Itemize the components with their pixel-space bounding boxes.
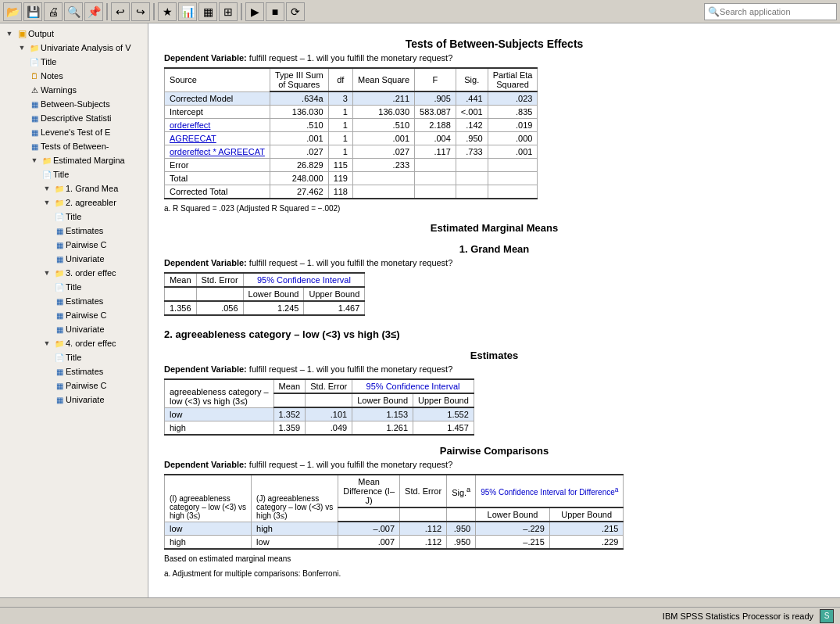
tree-order-effect4[interactable]: ▼ 📁 4. order effec [0,336,148,350]
star-button[interactable]: ★ [158,2,177,21]
test-row-f [415,172,456,185]
toggle-order4[interactable]: ▼ [41,337,53,350]
tree-estimates2[interactable]: ▦ Estimates [0,294,148,308]
table-icon12: ▦ [53,379,66,392]
report-button[interactable]: 📊 [178,2,197,21]
tests-dep-var: Dependent Variable: fulfill request – 1.… [164,53,824,63]
pw-row-se: .112 [400,522,447,536]
tree-univariate1[interactable]: ▦ Univariate [0,252,148,266]
table-icon6: ▦ [53,238,66,251]
tree-output[interactable]: ▼ ▣ Output [0,27,148,41]
gm-sub-mean [165,287,197,301]
tree-agreeableness[interactable]: ▼ 📁 2. agreeabler [0,195,148,210]
tree-title1[interactable]: 📄 Title [0,55,148,69]
est-row-lb: 1.261 [352,421,413,436]
tree-between-subjects[interactable]: ▦ Between-Subjects [0,97,148,111]
tree-estimated[interactable]: ▼ 📁 Estimated Margina [0,153,148,167]
tree-tests-between[interactable]: ▦ Tests of Between- [0,139,148,153]
search-input[interactable] [720,7,829,16]
refresh-button[interactable]: ⟳ [286,2,305,21]
tree-order-effect3[interactable]: ▼ 📁 3. order effec [0,266,148,280]
test-row-eta: .835 [488,106,538,119]
open-button[interactable]: 📂 [3,2,22,21]
est-row-lb: 1.153 [352,407,413,421]
table-icon10: ▦ [53,323,66,335]
tree-pairwise2[interactable]: ▦ Pairwise C [0,308,148,322]
tree-order3-label: 3. order effec [66,268,116,278]
tree-title5[interactable]: 📄 Title [0,350,148,364]
table-button[interactable]: ▦ [198,2,217,21]
test-row-df: 3 [328,91,352,106]
test-row-df: 118 [328,185,352,199]
pw-row-j: high [252,522,338,536]
save-button[interactable]: 💾 [23,2,42,21]
tree-estimated-label: Estimated Margina [53,156,125,165]
back-button[interactable]: ↩ [111,2,130,21]
test-row-ss: .510 [270,119,328,132]
tree-univariate3[interactable]: ▦ Univariate [0,393,148,407]
test-row-sig [456,159,488,172]
tree-title2[interactable]: 📄 Title [0,167,148,181]
scrollbar[interactable] [0,597,840,607]
toggle-grand-mean[interactable]: ▼ [41,182,53,195]
table-icon1: ▦ [28,98,41,110]
gm-sub-se [196,287,243,301]
pw-dep-var: Dependent Variable: fulfill request – 1.… [164,460,824,469]
forward-button[interactable]: ↪ [131,2,150,21]
tree-levene-label: Levene's Test of E [41,127,110,137]
tree-notes[interactable]: 🗒 Notes [0,69,148,83]
tree-grand-mean[interactable]: ▼ 📁 1. Grand Mea [0,181,148,195]
pw-row-sig: .950 [447,522,476,536]
pw-row-diff: .007 [338,536,400,550]
test-row-source[interactable]: ordereffect * AGREECAT [165,145,270,159]
grand-mean-table: Mean Std. Error 95% Confidence Interval … [164,272,365,316]
stop-button[interactable]: ■ [266,2,284,21]
folder-icon4: 📁 [53,196,66,209]
pw-col-i: (I) agreeablenesscategory – low (<3) vsh… [165,475,252,522]
test-row-source[interactable]: AGREECAT [165,132,270,145]
insert-button[interactable]: ⊞ [219,2,238,21]
toggle-univariate[interactable]: ▼ [16,41,28,54]
pw-col-j: (J) agreeablenesscategory – low (<3) vsh… [252,475,338,522]
tree-univariate3-label: Univariate [66,395,105,404]
print-button[interactable]: 🖨 [44,2,63,21]
tree-univariate[interactable]: ▼ 📁 Univariate Analysis of V [0,41,148,55]
tree-title1-label: Title [41,57,56,66]
tree-pairwise3[interactable]: ▦ Pairwise C [0,378,148,393]
test-row-eta: .023 [488,91,538,106]
est-col-cat: agreeableness category –low (<3) vs high… [165,379,274,407]
gm-col-mean: Mean [165,273,197,287]
tree-univariate2[interactable]: ▦ Univariate [0,322,148,336]
tree-title4[interactable]: 📄 Title [0,280,148,294]
spss-icon: S [820,609,834,623]
tree-estimates1-label: Estimates [66,226,103,235]
tree-warnings[interactable]: ⚠ Warnings [0,83,148,97]
tree-title3[interactable]: 📄 Title [0,210,148,224]
pw-col-lb: Lower Bound [476,507,550,522]
est-row-mean: 1.352 [273,407,306,421]
tree-descriptive[interactable]: ▦ Descriptive Statisti [0,111,148,125]
table-icon11: ▦ [53,365,66,378]
folder-icon3: 📁 [53,182,66,195]
toggle-agreeableness[interactable]: ▼ [41,196,53,209]
tree-levene[interactable]: ▦ Levene's Test of E [0,125,148,139]
pw-row-i: low [165,522,252,536]
tree-estimates1[interactable]: ▦ Estimates [0,224,148,238]
test-row-f: .004 [415,132,456,145]
toggle-order3[interactable]: ▼ [41,267,53,279]
test-row-f [415,185,456,199]
dep-var-label2: Dependent Variable: [164,258,247,267]
tests-title: Tests of Between-Subjects Effects [164,38,824,50]
toggle-output[interactable]: ▼ [3,27,16,40]
bookmark-button[interactable]: 📌 [84,2,103,21]
est-row-ub: 1.457 [413,421,474,436]
tree-pairwise1[interactable]: ▦ Pairwise C [0,238,148,252]
toggle-estimated[interactable]: ▼ [28,154,41,167]
search-button[interactable]: 🔍 [64,2,83,21]
test-row-source[interactable]: ordereffect [165,119,270,132]
search-box[interactable]: 🔍 [704,3,837,20]
run-button[interactable]: ▶ [245,2,264,21]
pairwise-title: Pairwise Comparisons [164,445,824,457]
dep-var-label4: Dependent Variable: [164,460,247,469]
tree-estimates3[interactable]: ▦ Estimates [0,364,148,378]
